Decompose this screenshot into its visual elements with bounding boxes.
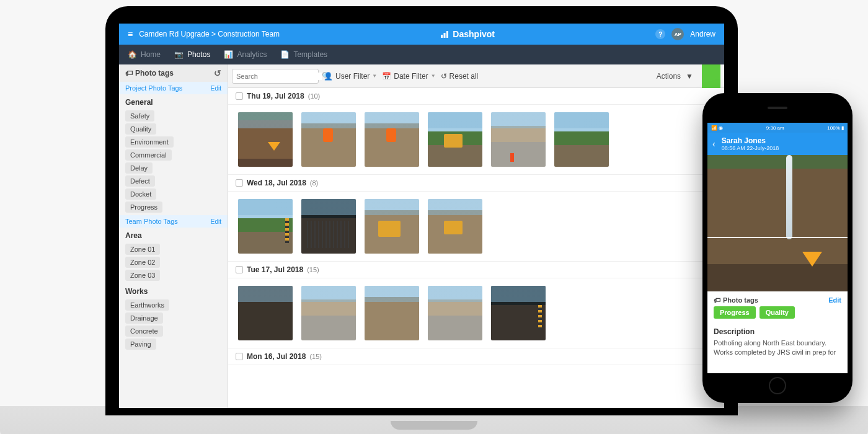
actions-menu[interactable]: Actions▼ [657,72,693,81]
tag-safety[interactable]: Safety [125,110,154,122]
content: 🔍 👤User Filter▼ 📅Date Filter▼ ↺Reset all… [228,64,724,408]
photo-author: Sarah Jones [722,136,779,145]
user-filter[interactable]: 👤User Filter▼ [324,72,377,81]
add-button[interactable] [702,64,720,88]
date-group-header: Mon 16, Jul 2018 (15) [228,348,724,365]
search-box[interactable]: 🔍 [232,69,319,84]
svg-rect-0 [441,35,443,38]
tag-environment[interactable]: Environment [125,136,174,148]
date-label: Wed 18, Jul 2018 [247,179,306,187]
photo-thumbnail[interactable] [301,199,356,254]
thumbnail-row [228,105,724,175]
project-tags-title: Project Photo Tags Edit [119,82,228,94]
tag-icon: 🏷 [714,296,720,304]
photo-thumbnail[interactable] [301,112,356,167]
count-label: (15) [307,266,319,273]
tag-zone-03[interactable]: Zone 03 [125,270,160,281]
photo-timestamp: 08:56 AM 22-July-2018 [722,145,779,151]
photo-thumbnail[interactable] [428,199,482,254]
applied-tag-progress[interactable]: Progress [714,306,756,319]
toolbar: 🔍 👤User Filter▼ 📅Date Filter▼ ↺Reset all… [228,64,724,88]
applied-tag-quality[interactable]: Quality [760,306,795,319]
menu-icon[interactable]: ≡ [128,29,133,39]
photo-thumbnail[interactable] [238,199,293,254]
tag-zone-01[interactable]: Zone 01 [125,244,160,255]
tag-defect[interactable]: Defect [125,175,155,187]
navbar: 🏠Home 📷Photos 📊Analytics 📄Templates [119,45,724,64]
select-all-checkbox[interactable] [236,92,243,100]
date-label: Thu 19, Jul 2018 [247,92,304,100]
select-all-checkbox[interactable] [236,179,243,187]
status-time: 9:30 am [766,125,784,131]
date-filter[interactable]: 📅Date Filter▼ [382,72,435,81]
team-tags-title: Team Photo Tags Edit [119,215,228,228]
photo-list: Thu 19, Jul 2018 (10)Wed 18, Jul 2018 (8… [228,88,724,408]
nav-photos[interactable]: 📷Photos [174,50,210,59]
nav-home[interactable]: 🏠Home [128,50,161,59]
photo-thumbnail[interactable] [365,199,419,254]
tag-progress[interactable]: Progress [125,202,162,213]
back-icon[interactable]: ‹ [712,139,715,149]
photo-thumbnail[interactable] [238,286,293,340]
phone-frame: 📶 ◉ 9:30 am 100% ▮ ‹ Sarah Jones 08:56 A… [702,93,852,403]
photo-tags-header: 🏷Photo tags Edit [707,291,848,306]
area-heading: Area [119,228,228,241]
edit-project-tags[interactable]: Edit [211,85,221,92]
select-all-checkbox[interactable] [236,353,243,360]
tag-icon: 🏷 [125,69,133,78]
photo-thumbnail[interactable] [491,286,546,340]
description-text: Potholing along North East boundary. Wor… [714,339,841,357]
sidebar-header: 🏷Photo tags ↺ [119,64,228,82]
svg-rect-2 [446,31,448,38]
help-icon[interactable]: ? [655,29,665,39]
breadcrumb[interactable]: Camden Rd Upgrade > Construction Team [139,30,280,38]
general-heading: General [119,94,228,108]
photo-thumbnail[interactable] [491,112,546,167]
date-group-header: Tue 17, Jul 2018 (15) [228,262,724,278]
tag-drainage[interactable]: Drainage [125,312,163,324]
tag-commercial[interactable]: Commercial [125,149,172,161]
laptop-frame: ≡ Camden Rd Upgrade > Construction Team … [105,6,738,415]
photo-thumbnail[interactable] [428,112,482,167]
select-all-checkbox[interactable] [236,266,243,273]
reset-all-button[interactable]: ↺Reset all [441,72,479,81]
tag-docket[interactable]: Docket [125,188,156,200]
photo-thumbnail[interactable] [554,112,609,167]
user-icon: 👤 [324,72,333,81]
date-label: Mon 16, Jul 2018 [247,352,306,361]
photo-thumbnail[interactable] [365,112,419,167]
tag-quality[interactable]: Quality [125,123,156,135]
nav-templates[interactable]: 📄Templates [280,50,327,59]
home-button[interactable] [769,377,786,394]
date-group-header: Thu 19, Jul 2018 (10) [228,88,724,105]
chevron-down-icon: ▼ [431,73,436,79]
search-input[interactable] [236,73,322,80]
tag-zone-02[interactable]: Zone 02 [125,257,160,268]
reset-icon[interactable]: ↺ [214,68,221,78]
tag-paving[interactable]: Paving [125,339,156,350]
tag-earthworks[interactable]: Earthworks [125,299,169,311]
photo-thumbnail[interactable] [365,286,419,340]
photo-thumbnail[interactable] [428,286,482,340]
tag-delay[interactable]: Delay [125,162,153,174]
avatar[interactable]: AP [671,28,684,40]
photo-detail-header: ‹ Sarah Jones 08:56 AM 22-July-2018 [707,133,848,155]
file-icon: 📄 [280,50,290,59]
nav-analytics[interactable]: 📊Analytics [224,50,267,59]
chevron-down-icon: ▼ [372,73,377,79]
photo-preview[interactable] [707,155,848,291]
signal-icon: 📶 ◉ [711,125,723,131]
count-label: (8) [310,179,318,187]
app-screen: ≡ Camden Rd Upgrade > Construction Team … [119,24,724,408]
thumbnail-row [228,278,724,348]
edit-team-tags[interactable]: Edit [211,218,221,225]
count-label: (15) [309,353,322,360]
tag-concrete[interactable]: Concrete [125,326,163,337]
user-name[interactable]: Andrew [690,30,715,38]
date-group-header: Wed 18, Jul 2018 (8) [228,175,724,192]
calendar-icon: 📅 [382,72,391,81]
description-block: Description Potholing along North East b… [707,325,848,360]
edit-tags-button[interactable]: Edit [828,296,841,304]
photo-thumbnail[interactable] [238,112,293,167]
photo-thumbnail[interactable] [301,286,356,340]
